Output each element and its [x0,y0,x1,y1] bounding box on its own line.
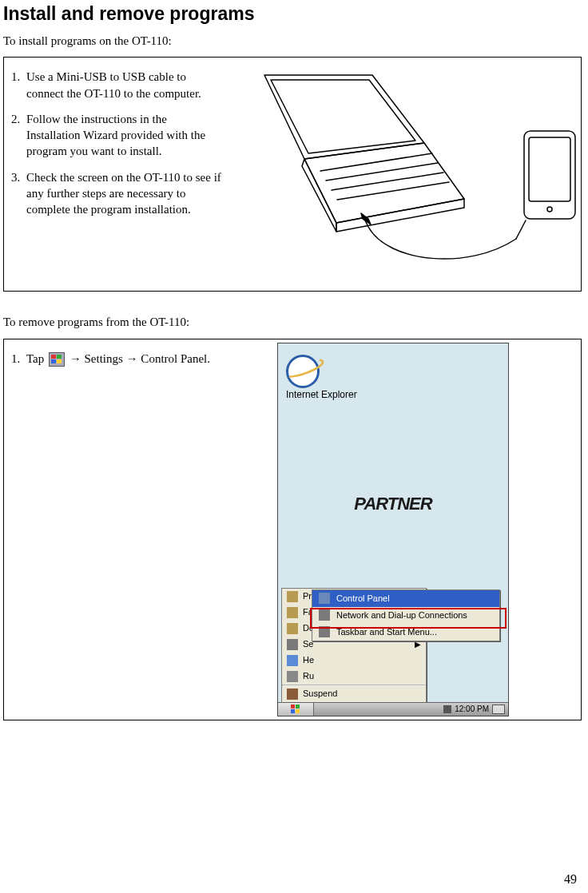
page-number: 49 [564,871,577,888]
svg-line-3 [337,182,449,200]
documents-icon [287,623,298,634]
svg-rect-7 [291,704,295,708]
laptop-illustration [228,67,580,275]
submenu-item-label: Network and Dial-up Connections [336,609,467,621]
submenu-item-label: Control Panel [336,593,390,605]
start-item-label: Suspend [303,688,337,700]
sip-icon[interactable] [492,704,505,714]
ie-icon[interactable] [286,355,320,388]
help-icon [287,655,298,666]
install-step: Use a Mini-USB to USB cable to connect t… [23,69,223,101]
install-step: Follow the instructions in the Installat… [23,111,223,160]
remove-steps-list: Tap → Settings → Control Panel. [9,351,266,367]
remove-step-prefix: Tap [26,352,44,365]
windows-flag-icon [290,704,301,715]
submenu-item-taskbar[interactable]: Taskbar and Start Menu... [312,624,499,641]
control-panel-icon [319,593,330,604]
svg-rect-4 [524,131,575,219]
remove-step-suffix: → Settings → Control Panel. [70,352,210,365]
remove-intro: To remove programs from the OT-110: [3,314,582,330]
install-box: Use a Mini-USB to USB cable to connect t… [3,57,582,292]
taskbar-icon [319,626,330,637]
partner-logo: PARTNER [351,492,435,516]
start-item-help[interactable]: He [282,653,426,669]
start-button[interactable] [278,703,314,716]
svg-line-2 [332,173,443,190]
taskbar: 12:00 PM [278,702,508,716]
svg-rect-5 [529,137,570,201]
start-item-label: He [303,654,314,666]
programs-icon [287,591,298,602]
clock: 12:00 PM [455,704,489,715]
remove-box: Tap → Settings → Control Panel. Internet… [3,339,582,720]
svg-line-1 [326,163,438,181]
settings-submenu: Control Panel Network and Dial-up Connec… [312,589,500,641]
ie-icon-label: Internet Explorer [286,390,357,400]
start-icon [49,352,65,367]
start-item-run[interactable]: Ru [282,669,426,685]
suspend-icon [287,689,298,700]
install-intro: To install programs on the OT-110: [3,33,582,49]
start-item-label: Ru [303,670,314,682]
submenu-item-network[interactable]: Network and Dial-up Connections [312,607,499,624]
submenu-item-control-panel[interactable]: Control Panel [312,590,499,607]
page-title: Install and remove programs [3,2,582,26]
svg-rect-8 [296,704,300,708]
install-steps-list: Use a Mini-USB to USB cable to connect t… [9,69,223,217]
tray-icon[interactable] [443,705,451,713]
svg-line-0 [320,153,432,171]
svg-rect-10 [296,709,300,713]
network-icon [319,609,330,621]
favorites-icon [287,607,298,618]
submenu-item-label: Taskbar and Start Menu... [336,626,437,638]
run-icon [287,671,298,682]
svg-rect-9 [291,709,295,713]
install-step: Check the screen on the OT-110 to see if… [23,169,223,218]
device-screenshot: Internet Explorer PARTNER Programs ▶ Fa [277,343,509,716]
settings-icon [287,639,298,650]
svg-point-6 [547,207,552,212]
start-item-suspend[interactable]: Suspend [282,686,426,702]
remove-step: Tap → Settings → Control Panel. [23,351,266,367]
